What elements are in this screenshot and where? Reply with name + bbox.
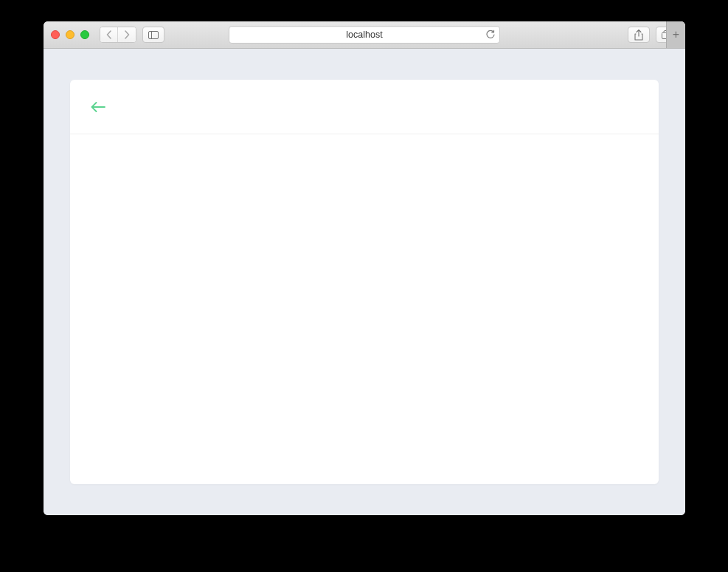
forward-button[interactable] [118,27,136,42]
window-maximize-button[interactable] [80,30,89,39]
page-viewport [44,49,685,515]
chevron-left-icon [106,30,112,39]
window-close-button[interactable] [51,30,60,39]
window-controls [51,30,89,39]
card-body [70,134,659,484]
chevron-right-icon [124,30,130,39]
browser-window: localhost + [44,21,685,515]
address-bar[interactable]: localhost [229,26,500,44]
plus-icon: + [673,28,679,41]
reload-button[interactable] [486,30,495,40]
nav-button-group [100,27,136,43]
new-tab-button[interactable]: + [666,21,685,48]
share-icon [634,30,643,41]
reload-icon [486,30,495,40]
sidebar-toggle-button[interactable] [142,27,164,43]
svg-rect-0 [149,31,159,38]
right-controls: + [628,27,678,43]
card-header [70,80,659,134]
window-minimize-button[interactable] [66,30,74,39]
back-button[interactable] [100,27,118,42]
content-card [70,80,659,484]
back-arrow-button[interactable] [91,102,105,112]
browser-titlebar: localhost + [44,21,685,49]
share-button[interactable] [628,27,650,43]
address-text: localhost [346,30,382,40]
arrow-left-icon [91,102,105,112]
sidebar-icon [148,31,159,39]
